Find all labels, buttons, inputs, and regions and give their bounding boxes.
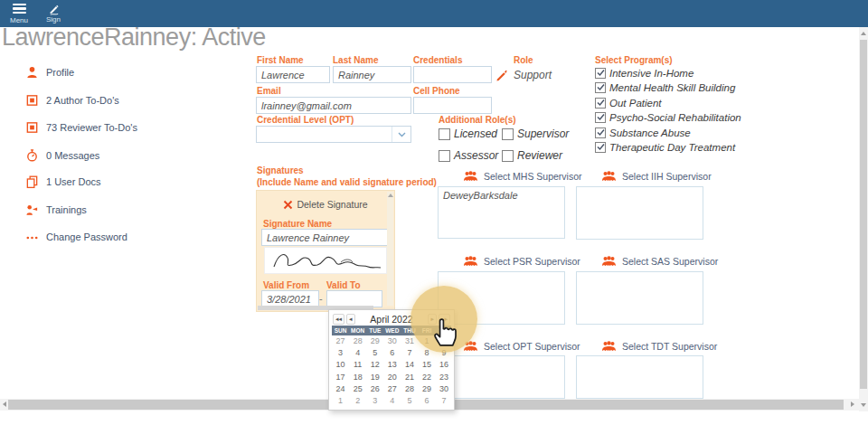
calendar-prev-year-button[interactable]: ◂◂ (333, 314, 344, 325)
calendar-day-cell[interactable]: 27 (332, 335, 349, 347)
sidebar-item-1-user-docs[interactable]: 1 User Docs (25, 175, 101, 189)
calendar-day-cell[interactable]: 1 (418, 335, 435, 347)
calendar-day-cell[interactable]: 2 (349, 395, 366, 407)
checkbox-unchecked-icon[interactable] (502, 128, 514, 140)
last-name-input[interactable] (333, 66, 411, 83)
supervisor-select-select-psr-supervisor[interactable]: Select PSR Supervisor (463, 256, 580, 267)
calendar-day-cell[interactable]: 4 (383, 395, 401, 407)
credentials-input[interactable] (413, 66, 492, 83)
sidebar-item-2-author-to-do-s[interactable]: 2 Author To-Do's (25, 93, 119, 108)
sidebar-item-trainings[interactable]: Trainings (25, 203, 87, 217)
calendar-day-cell[interactable]: 24 (332, 383, 349, 395)
calendar-day-cell[interactable]: 28 (349, 335, 366, 347)
scroll-up-arrow[interactable] (861, 32, 866, 35)
supervisor-box-select-tdt-supervisor[interactable] (576, 355, 703, 399)
scroll-right-arrow[interactable] (851, 401, 854, 407)
calendar-day-cell[interactable]: 11 (349, 359, 366, 371)
checkbox-unchecked-icon[interactable] (502, 150, 514, 162)
calendar-day-cell[interactable]: 5 (401, 395, 418, 407)
cell-phone-input[interactable] (413, 97, 492, 114)
additional-role-option-reviewer[interactable]: Reviewer (502, 149, 583, 162)
sidebar-item-0-messages[interactable]: 0 Messages (25, 148, 99, 163)
calendar-day-cell[interactable]: 19 (366, 372, 383, 383)
calendar-day-cell[interactable]: 7 (436, 395, 453, 407)
calendar-day-cell[interactable]: 18 (349, 372, 366, 383)
program-option-therapeutic-day-treatment[interactable]: Therapeutic Day Treatment (595, 142, 735, 153)
edit-role-pencil-icon[interactable] (495, 69, 508, 85)
calendar-day-cell[interactable]: 27 (383, 383, 401, 395)
scroll-down-arrow[interactable] (861, 403, 866, 407)
checkbox-checked-icon[interactable] (595, 128, 606, 138)
scroll-left-arrow[interactable] (3, 401, 6, 407)
additional-role-option-licensed[interactable]: Licensed (439, 128, 502, 140)
calendar-day-cell[interactable]: 9 (436, 347, 453, 359)
supervisor-box-select-psr-supervisor[interactable] (438, 271, 565, 325)
signature-panel-scrollbar[interactable] (387, 192, 393, 306)
supervisor-select-select-mhs-supervisor[interactable]: Select MHS Supervisor (463, 171, 582, 182)
calendar-day-cell[interactable]: 25 (349, 383, 366, 395)
sign-button[interactable]: Sign (36, 2, 71, 26)
calendar-day-cell[interactable]: 12 (366, 359, 383, 371)
supervisor-box-select-sas-supervisor[interactable] (576, 271, 703, 325)
supervisor-select-select-sas-supervisor[interactable]: Select SAS Supervisor (601, 256, 718, 267)
credential-level-select[interactable] (256, 126, 411, 143)
sidebar-item-73-reviewer-to-do-s[interactable]: 73 Reviewer To-Do's (25, 120, 137, 135)
program-option-substance-abuse[interactable]: Substance Abuse (595, 128, 691, 138)
calendar-day-cell[interactable]: 1 (332, 395, 349, 407)
calendar-day-cell[interactable]: 26 (366, 383, 383, 395)
calendar-day-cell[interactable]: 3 (332, 347, 349, 359)
calendar-day-cell[interactable]: 22 (418, 372, 435, 383)
calendar-day-cell[interactable]: 8 (418, 347, 435, 359)
checkbox-unchecked-icon[interactable] (439, 128, 450, 140)
checkbox-checked-icon[interactable] (595, 98, 606, 109)
calendar-day-cell[interactable]: 23 (436, 372, 453, 383)
menu-button[interactable]: Menu (2, 2, 36, 26)
supervisor-box-select-opt-supervisor[interactable] (438, 355, 565, 399)
first-name-input[interactable] (256, 66, 330, 83)
additional-role-option-supervisor[interactable]: Supervisor (502, 128, 583, 140)
calendar-day-cell[interactable]: 14 (401, 359, 418, 371)
signature-name-input[interactable] (261, 229, 388, 246)
program-option-out-patient[interactable]: Out Patient (595, 98, 662, 109)
sidebar-item-profile[interactable]: Profile (25, 65, 74, 80)
additional-role-option-assessor[interactable]: Assessor (439, 149, 502, 162)
sidebar-item-change-password[interactable]: Change Password (25, 230, 127, 244)
calendar-day-cell[interactable]: 15 (418, 359, 435, 371)
calendar-day-cell[interactable]: 30 (436, 383, 453, 395)
program-option-mental-health-skill-building[interactable]: Mental Health Skill Building (595, 82, 735, 93)
program-option-psycho-social-rehabilitation[interactable]: Psycho-Social Rehabilitation (595, 112, 741, 123)
checkbox-checked-icon[interactable] (595, 142, 606, 153)
calendar-day-cell[interactable]: 28 (401, 383, 418, 395)
calendar-day-cell[interactable]: 16 (436, 359, 453, 371)
calendar-day-cell[interactable]: 29 (418, 383, 435, 395)
calendar-day-cell[interactable]: 2 (436, 335, 453, 347)
email-input[interactable] (256, 97, 411, 114)
supervisor-box-select-iih-supervisor[interactable] (576, 186, 703, 240)
program-option-intensive-in-home[interactable]: Intensive In-Home (595, 68, 693, 79)
calendar-day-cell[interactable]: 5 (366, 347, 383, 359)
calendar-day-cell[interactable]: 20 (383, 372, 401, 383)
calendar-day-cell[interactable]: 4 (349, 347, 366, 359)
calendar-day-cell[interactable]: 31 (401, 335, 418, 347)
calendar-day-cell[interactable]: 3 (366, 395, 383, 407)
supervisor-select-select-iih-supervisor[interactable]: Select IIH Supervisor (601, 171, 712, 182)
calendar-day-cell[interactable]: 6 (418, 395, 435, 407)
calendar-day-cell[interactable]: 21 (401, 372, 418, 383)
delete-signature-button[interactable]: Delete Signature (257, 199, 394, 210)
checkbox-checked-icon[interactable] (595, 82, 606, 93)
supervisor-select-select-opt-supervisor[interactable]: Select OPT Supervisor (463, 341, 580, 352)
calendar-day-cell[interactable]: 30 (383, 335, 401, 347)
calendar-prev-month-button[interactable]: ◂ (346, 314, 355, 325)
calendar-day-cell[interactable]: 10 (332, 359, 349, 371)
checkbox-unchecked-icon[interactable] (439, 150, 450, 162)
calendar-next-month-button[interactable]: ▸ (428, 314, 437, 325)
calendar-day-cell[interactable]: 17 (332, 372, 349, 383)
calendar-day-cell[interactable]: 29 (366, 335, 383, 347)
calendar-day-cell[interactable]: 6 (383, 347, 401, 359)
calendar-next-year-button[interactable]: ▸▸ (439, 314, 450, 325)
checkbox-checked-icon[interactable] (595, 112, 606, 123)
supervisor-box-select-mhs-supervisor[interactable]: DeweyBarksdale (438, 186, 565, 239)
vertical-scrollbar[interactable] (859, 27, 868, 411)
calendar-day-cell[interactable]: 7 (401, 347, 418, 359)
calendar-day-cell[interactable]: 13 (383, 359, 401, 371)
